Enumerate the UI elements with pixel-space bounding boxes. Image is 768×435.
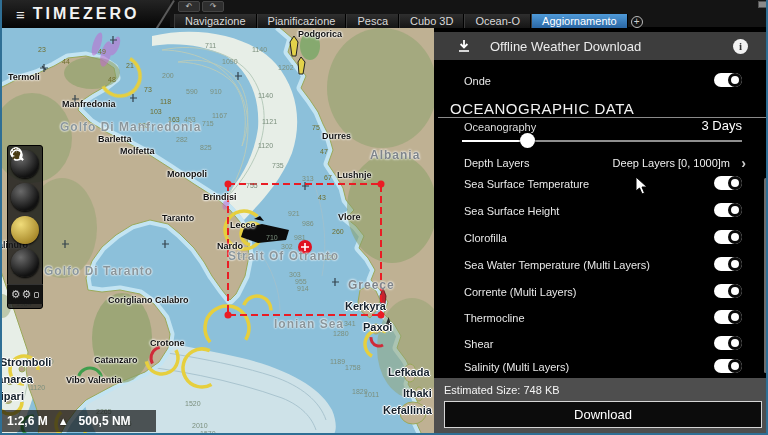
tab-cubo-3d[interactable]: Cubo 3D bbox=[399, 14, 464, 28]
clorofilla-toggle[interactable] bbox=[714, 230, 742, 244]
map-scale-bar: 1:2,6 M ▲ 500,5 NM bbox=[2, 410, 156, 432]
tab-aggiornamento[interactable]: Aggiornamento bbox=[531, 14, 628, 28]
scale-ratio: 1:2,6 M bbox=[7, 414, 48, 428]
map-label: Albania bbox=[370, 148, 420, 162]
app-logo-text: TIMEZERO bbox=[33, 5, 140, 23]
onde-label: Onde bbox=[464, 75, 491, 87]
map-label: Vibo Valentia bbox=[66, 375, 122, 385]
toggle-knob bbox=[728, 257, 742, 271]
sea-surface-height-toggle[interactable] bbox=[714, 203, 742, 217]
map-label: Nardo bbox=[217, 241, 243, 251]
toggle-label: Clorofilla bbox=[464, 232, 507, 244]
toggle-knob bbox=[728, 203, 742, 217]
map-label: Corigliano Calabro bbox=[108, 295, 189, 305]
plus-icon: + bbox=[631, 16, 643, 28]
toggle-label: Thermocline bbox=[464, 312, 525, 324]
download-icon[interactable] bbox=[456, 38, 472, 54]
toggle-knob bbox=[728, 310, 742, 324]
map-label: Paxoi bbox=[363, 321, 392, 333]
depth-layers-label: Depth Layers bbox=[464, 157, 529, 169]
panel-header: Offline Weather Download i bbox=[434, 32, 768, 60]
panel-title: Offline Weather Download bbox=[490, 39, 641, 54]
map-label: Lefkada bbox=[388, 366, 430, 378]
oceanography-slider[interactable] bbox=[462, 140, 742, 142]
map-label: Stromboli bbox=[2, 356, 51, 368]
slider-thumb[interactable] bbox=[520, 133, 535, 148]
depth-layers-row[interactable]: Depth Layers Deep Layers [0, 1000]m › bbox=[434, 154, 768, 176]
map-label: Catanzaro bbox=[94, 355, 138, 365]
map-label: Lipari bbox=[2, 390, 24, 402]
tab-pesca[interactable]: Pesca bbox=[346, 14, 399, 28]
map-label: Lushnje bbox=[337, 170, 372, 180]
workspace-tabs: Navigazione Pianificazione Pesca Cubo 3D… bbox=[174, 14, 646, 28]
rotate-arrows-icon bbox=[8, 146, 26, 164]
oceanography-slider-label: Oceanography bbox=[464, 121, 536, 133]
map-label: Ithaki bbox=[403, 387, 432, 399]
map-label: Greece bbox=[348, 278, 395, 292]
map-settings-button[interactable]: ⚙⚙ bbox=[7, 284, 43, 304]
toggle-label: Sea Surface Height bbox=[464, 205, 559, 217]
map-label: Kefallinia bbox=[383, 404, 432, 416]
thermocline-toggle[interactable] bbox=[714, 310, 742, 324]
map-label: Ionian Sea bbox=[274, 317, 344, 331]
sea-water-temperature-toggle[interactable] bbox=[714, 257, 742, 271]
map-label: Vlore bbox=[338, 212, 361, 222]
map-label: Crotone bbox=[150, 338, 185, 348]
gear-icon: ⚙ bbox=[11, 288, 21, 301]
corrente-toggle[interactable] bbox=[714, 284, 742, 298]
nautical-chart-map[interactable]: 7111140109012022005909101140116745371511… bbox=[2, 28, 434, 435]
add-tab-button[interactable]: + bbox=[628, 14, 646, 28]
app-window: ≡ TIMEZERO ↶ ↷ Navigazione Pianificazion… bbox=[0, 0, 768, 435]
map-label: Molfetta bbox=[120, 146, 155, 156]
map-label: Golfo Di Taranto bbox=[44, 264, 153, 278]
toggle-label: Corrente (Multi Layers) bbox=[464, 286, 576, 298]
hamburger-menu-icon[interactable]: ≡ bbox=[16, 6, 25, 23]
pan-hand-tool-button[interactable] bbox=[11, 216, 39, 244]
map-label: Panarea bbox=[2, 373, 33, 385]
oceanography-slider-value: 3 Days bbox=[702, 118, 742, 133]
map-label: Golfo Di Manfredonia bbox=[60, 120, 201, 134]
map-labels: TermoliManfredoniaBarlettaMolfettaMonopo… bbox=[2, 28, 434, 435]
toggle-knob bbox=[728, 336, 742, 350]
download-button[interactable]: Download bbox=[444, 401, 762, 428]
map-label: Monopoli bbox=[167, 169, 207, 179]
lock-icon bbox=[34, 292, 39, 298]
sea-surface-temperature-toggle[interactable] bbox=[714, 176, 742, 190]
toggle-knob bbox=[728, 176, 742, 190]
rotate-view-button[interactable] bbox=[11, 249, 39, 277]
toggle-knob bbox=[728, 284, 742, 298]
map-label: Manfredonia bbox=[62, 99, 116, 109]
tab-ocean-o[interactable]: Ocean-O bbox=[464, 14, 531, 28]
map-label: Termoli bbox=[8, 72, 40, 82]
map-label: Durres bbox=[322, 131, 351, 141]
toggle-knob bbox=[728, 73, 742, 87]
north-arrow-icon: ▲ bbox=[58, 415, 69, 427]
slider-fill bbox=[462, 140, 527, 142]
gear-icon: ⚙ bbox=[22, 288, 32, 301]
info-icon[interactable]: i bbox=[733, 39, 748, 54]
app-logo[interactable]: ≡ TIMEZERO bbox=[2, 0, 170, 28]
map-label: Brindisi bbox=[203, 192, 237, 202]
toggle-label: Salinity (Multi Layers) bbox=[464, 361, 569, 373]
panel-scrollbar[interactable] bbox=[764, 178, 767, 373]
map-label: Lecce bbox=[230, 220, 256, 230]
redo-button[interactable]: ↷ bbox=[202, 1, 224, 12]
tab-navigazione[interactable]: Navigazione bbox=[174, 14, 257, 28]
undo-button[interactable]: ↶ bbox=[178, 1, 200, 12]
salinity-toggle[interactable] bbox=[714, 359, 742, 373]
map-label: Kerkyra bbox=[345, 300, 386, 312]
map-label: Taranto bbox=[162, 213, 194, 223]
onde-toggle[interactable] bbox=[714, 73, 742, 87]
zoom-out-button[interactable] bbox=[11, 183, 39, 211]
map-toolbar: ⚙⚙ bbox=[7, 145, 43, 309]
toggle-knob bbox=[728, 230, 742, 244]
window-corner-control[interactable] bbox=[758, 1, 768, 8]
toggle-knob bbox=[728, 359, 742, 373]
depth-layers-value: Deep Layers [0, 1000]m bbox=[613, 157, 730, 169]
toggle-label: Shear bbox=[464, 338, 493, 350]
shear-toggle[interactable] bbox=[714, 336, 742, 350]
tab-pianificazione[interactable]: Pianificazione bbox=[257, 14, 347, 28]
panel-footer: Estimated Size: 748 KB Download bbox=[434, 378, 768, 435]
map-label: Strait Of Otranto bbox=[228, 249, 339, 263]
chevron-right-icon: › bbox=[741, 155, 746, 171]
